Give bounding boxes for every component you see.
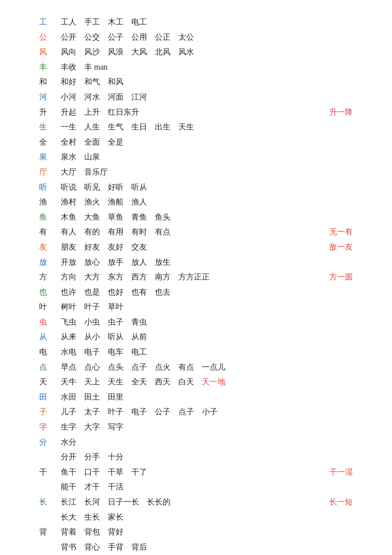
key-character: 工 <box>39 15 53 29</box>
vocabulary-word: 鱼干 <box>61 465 76 479</box>
vocabulary-row: 渔渔村渔火渔船渔人 <box>39 195 353 209</box>
vocabulary-word: 风水 <box>178 45 194 59</box>
vocabulary-word: 早点 <box>61 360 76 375</box>
vocabulary-word: 手背 <box>108 540 123 555</box>
key-character: 河 <box>39 90 53 104</box>
vocabulary-word: 儿子 <box>61 404 76 419</box>
vocabulary-row: 背书背心手背背后 <box>39 540 353 555</box>
vocabulary-word: 飞虫 <box>61 315 76 329</box>
vocabulary-word: 手工 <box>84 15 100 29</box>
vocabulary-word: 叶子 <box>108 404 123 419</box>
vocabulary-word: 大字 <box>84 420 100 434</box>
vocabulary-word: 背后 <box>131 540 147 555</box>
vocabulary-word: 口干 <box>84 465 100 479</box>
key-character: 友 <box>39 240 53 254</box>
key-character: 生 <box>39 120 53 134</box>
vocabulary-row: 背背着背包背好 <box>39 525 353 539</box>
key-character: 有 <box>39 225 53 239</box>
key-character: 也 <box>39 285 53 300</box>
vocabulary-word: 大鱼 <box>84 210 100 225</box>
key-character: 背 <box>39 525 53 539</box>
vocabulary-word: 也好 <box>108 285 123 300</box>
vocabulary-row: 点早点点心点头点子点火有点一点儿 <box>39 360 353 375</box>
vocabulary-word: 能干 <box>61 479 76 494</box>
vocabulary-word: 渔火 <box>84 195 100 209</box>
vocabulary-word: 红日东升 <box>108 105 139 120</box>
vocabulary-word: 友好 <box>108 240 123 254</box>
vocabulary-word: 水田 <box>61 390 76 404</box>
key-character: 风 <box>39 45 53 59</box>
vocabulary-row: 生一生人生生气生日出生天生 <box>39 120 353 134</box>
vocabulary-word: 听从 <box>131 180 147 195</box>
vocabulary-word: 交友 <box>131 240 147 254</box>
vocabulary-word: 从小 <box>84 329 100 344</box>
vocabulary-word: 和气 <box>84 75 100 89</box>
vocabulary-word: 公交 <box>84 30 100 45</box>
vocabulary-word: 背包 <box>84 525 100 539</box>
vocabulary-word: 渔村 <box>61 195 76 209</box>
vocabulary-word: 生长 <box>84 510 100 525</box>
vocabulary-word: 公开 <box>61 30 76 45</box>
vocabulary-word: 背心 <box>84 540 100 555</box>
vocabulary-word: 全天 <box>131 375 147 389</box>
key-character: 方 <box>39 270 53 284</box>
vocabulary-word: 小河 <box>61 90 76 104</box>
vocabulary-row: 子儿子太子叶子电子公子点子小子 <box>39 404 353 419</box>
key-character: 听 <box>39 180 53 195</box>
vocabulary-word: 树叶 <box>61 300 76 314</box>
key-character: 升 <box>39 105 53 120</box>
vocabulary-word: 生气 <box>108 120 123 134</box>
vocabulary-word: 天生 <box>108 375 123 389</box>
vocabulary-row: 全全村全面全是 <box>39 135 353 150</box>
vocabulary-word: 太子 <box>84 404 100 419</box>
vocabulary-word: 丰收 <box>61 60 76 75</box>
vocabulary-word: 方向 <box>61 270 76 284</box>
vocabulary-row: 鱼木鱼大鱼草鱼青鱼鱼头 <box>39 210 353 225</box>
vocabulary-row: 厅大厅音乐厅 <box>39 165 353 179</box>
vocabulary-row: 工工人手工木工电工 <box>39 15 353 29</box>
vocabulary-word: 河面 <box>108 90 123 104</box>
vocabulary-row: 干鱼干口干干草干了干一湿 <box>39 465 353 479</box>
vocabulary-row: 方方向大方东方西方南方方方正正方一圆 <box>39 270 353 284</box>
vocabulary-word: 长河 <box>84 495 100 509</box>
vocabulary-word: 长江 <box>61 495 76 509</box>
vocabulary-word: 大方 <box>84 270 100 284</box>
vocabulary-row: 有有人有的有用有时有点无一有 <box>39 225 353 239</box>
vocabulary-word: 日子一长 <box>108 495 139 509</box>
vocabulary-word: 工人 <box>61 15 76 29</box>
vocabulary-word: 田土 <box>84 390 100 404</box>
key-character: 泉 <box>39 150 53 164</box>
vocabulary-word: 背着 <box>61 525 76 539</box>
vocabulary-row: 字生字大字写字 <box>39 420 353 434</box>
key-character: 叶 <box>39 300 53 314</box>
vocabulary-word: 放心 <box>84 255 100 270</box>
vocabulary-word: 小子 <box>202 404 218 419</box>
vocabulary-row: 分开分手十分 <box>39 450 353 464</box>
vocabulary-word: 长长的 <box>147 495 171 509</box>
vocabulary-word: 木工 <box>108 15 123 29</box>
vocabulary-word: 有时 <box>131 225 147 239</box>
vocabulary-row: 长大生长家长 <box>39 510 353 525</box>
vocabulary-word: 上升 <box>84 105 100 120</box>
vocabulary-word: 放生 <box>155 255 171 270</box>
vocabulary-word: 家长 <box>108 510 123 525</box>
vocabulary-word: 有点 <box>155 225 171 239</box>
vocabulary-word: 天上 <box>84 375 100 389</box>
vocabulary-word: 虫子 <box>108 315 123 329</box>
indent-spacer <box>39 450 61 464</box>
vocabulary-word: 天牛 <box>61 375 76 389</box>
key-character: 子 <box>39 404 53 419</box>
vocabulary-word: 水分 <box>61 435 76 450</box>
vocabulary-word: 公正 <box>155 30 171 45</box>
vocabulary-word: 点火 <box>155 360 171 375</box>
vocabulary-word: 和好 <box>61 75 76 89</box>
key-character: 分 <box>39 435 53 450</box>
key-character: 放 <box>39 255 53 270</box>
vocabulary-word: 鱼头 <box>155 210 171 225</box>
vocabulary-word: 点子 <box>131 360 147 375</box>
vocabulary-word: 全村 <box>61 135 76 150</box>
vocabulary-row: 长长江长河日子一长长长的长一短 <box>39 495 353 509</box>
vocabulary-word: 背好 <box>108 525 123 539</box>
vocabulary-word: 好听 <box>108 180 123 195</box>
vocabulary-word: 西方 <box>131 270 147 284</box>
